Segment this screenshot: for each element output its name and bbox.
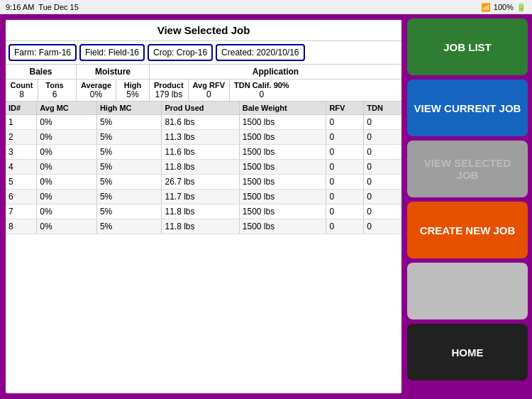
application-group: Application Product 179 lbs Avg RFV 0 TD…	[150, 65, 401, 101]
average-label: Average	[81, 81, 111, 89]
panel-title: View Selected Job	[6, 20, 401, 41]
right-panel: JOB LIST VIEW CURRENT JOB VIEW SELECTED …	[407, 18, 528, 395]
view-current-job-button[interactable]: VIEW CURRENT JOB	[407, 80, 528, 136]
count-col: Count 8	[6, 80, 38, 101]
created-label: Created: 2020/10/16	[216, 44, 304, 61]
high-col: High 5%	[116, 80, 149, 101]
battery-level: 100%	[494, 3, 514, 11]
col-high-mc: High MC	[96, 102, 162, 115]
table-row: 50%5%26.7 lbs1500 lbs00	[6, 175, 401, 190]
left-panel: View Selected Job Farm: Farm-16 Field: F…	[4, 18, 403, 395]
table-body: 10%5%81.6 lbs1500 lbs0020%5%11.3 lbs1500…	[6, 115, 401, 234]
table-row: 40%5%11.8 lbs1500 lbs00	[6, 160, 401, 175]
high-value: 5%	[126, 89, 138, 99]
avg-rfv-col: Avg RFV 0	[189, 80, 230, 101]
col-bale-weight: Bale Weight	[239, 102, 326, 115]
status-bar: 9:16 AM Tue Dec 15 📶 100% 🔋	[0, 0, 532, 14]
table-row: 30%5%11.6 lbs1500 lbs00	[6, 145, 401, 160]
moisture-group: Moisture Average 0% High 5%	[77, 65, 150, 101]
main-layout: View Selected Job Farm: Farm-16 Field: F…	[0, 14, 532, 399]
table-row: 70%5%11.8 lbs1500 lbs00	[6, 204, 401, 219]
tons-col: Tons 6	[38, 80, 71, 101]
table-header-row: ID# Avg MC High MC Prod Used Bale Weight…	[6, 102, 401, 115]
field-label: Field: Field-16	[79, 44, 145, 61]
moisture-sub-row: Average 0% High 5%	[77, 80, 149, 101]
bales-header: Bales	[6, 65, 76, 80]
tons-value: 6	[52, 89, 57, 99]
application-header: Application	[150, 65, 401, 80]
crop-label: Crop: Crop-16	[148, 44, 213, 61]
tons-label: Tons	[45, 81, 63, 89]
col-id: ID#	[6, 102, 37, 115]
view-selected-job-button[interactable]: VIEW SELECTED JOB	[407, 141, 528, 197]
create-new-job-button[interactable]: CREATE NEW JOB	[407, 202, 528, 258]
stats-area: Bales Count 8 Tons 6 Moisture	[6, 65, 401, 102]
col-prod-used: Prod Used	[162, 102, 239, 115]
tdn-calif-label: TDN Calif. 90%	[234, 81, 289, 89]
bales-group: Bales Count 8 Tons 6	[6, 65, 77, 101]
wifi-icon: 📶	[481, 3, 491, 12]
blank-button	[407, 263, 528, 319]
high-label: High	[124, 81, 141, 89]
home-button[interactable]: HOME	[407, 324, 528, 381]
count-label: Count	[11, 81, 33, 89]
col-tdn: TDN	[364, 102, 401, 115]
product-value: 179 lbs	[155, 89, 182, 99]
status-time: 9:16 AM	[6, 3, 34, 11]
status-date: Tue Dec 15	[38, 3, 78, 11]
average-value: 0%	[90, 89, 102, 99]
table-row: 60%5%11.7 lbs1500 lbs00	[6, 190, 401, 204]
data-table: ID# Avg MC High MC Prod Used Bale Weight…	[6, 102, 401, 234]
avg-rfv-value: 0	[206, 89, 211, 99]
job-info-row: Farm: Farm-16 Field: Field-16 Crop: Crop…	[6, 41, 401, 65]
avg-rfv-label: Avg RFV	[193, 81, 225, 89]
count-value: 8	[19, 89, 24, 99]
bales-sub-row: Count 8 Tons 6	[6, 80, 76, 101]
table-row: 80%5%11.8 lbs1500 lbs00	[6, 219, 401, 234]
col-avg-mc: Avg MC	[37, 102, 97, 115]
product-label: Product	[154, 81, 184, 89]
application-sub-row: Product 179 lbs Avg RFV 0 TDN Calif. 90%…	[150, 80, 401, 101]
tdn-calif-value: 0	[259, 89, 264, 99]
battery-icon: 🔋	[516, 3, 526, 12]
farm-label: Farm: Farm-16	[9, 44, 77, 61]
tdn-calif-col: TDN Calif. 90% 0	[230, 80, 294, 101]
col-rfv: RFV	[326, 102, 364, 115]
table-row: 10%5%81.6 lbs1500 lbs00	[6, 115, 401, 130]
job-list-button[interactable]: JOB LIST	[407, 18, 528, 75]
average-col: Average 0%	[77, 80, 116, 101]
table-wrapper: ID# Avg MC High MC Prod Used Bale Weight…	[6, 102, 401, 393]
table-row: 20%5%11.3 lbs1500 lbs00	[6, 130, 401, 145]
moisture-header: Moisture	[77, 65, 149, 80]
product-col: Product 179 lbs	[150, 80, 189, 101]
